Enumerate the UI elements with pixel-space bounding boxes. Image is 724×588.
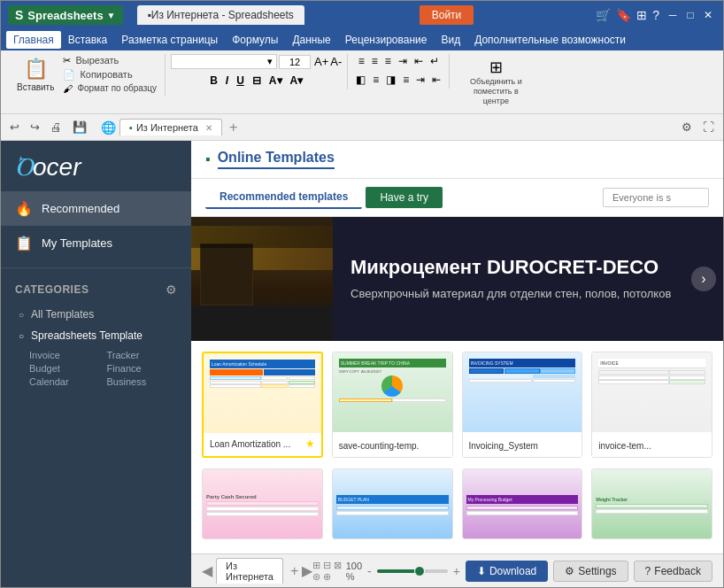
help-icon[interactable]: ? <box>652 8 659 22</box>
template-card-loan[interactable]: Loan Amortization Schedule <box>202 352 323 458</box>
ribbon: 📋 Вставить ✂ Вырезать 📄 Копировать 🖌 Фор… <box>1 50 723 114</box>
doc-tab-formula[interactable]: ▪ Из Интернета ✕ <box>119 119 222 135</box>
justify-icon[interactable]: ≡ <box>400 73 412 87</box>
categories-gear-icon[interactable]: ⚙ <box>166 282 177 297</box>
cart-icon[interactable]: 🛒 <box>596 8 611 22</box>
align-bottom-icon[interactable]: ≡ <box>382 54 394 68</box>
tab-try[interactable]: Have a try <box>366 187 443 208</box>
indent-left-icon[interactable]: ⇤ <box>412 54 426 68</box>
app-dropdown-icon[interactable]: ▼ <box>107 11 116 20</box>
fill-color-button[interactable]: A▾ <box>266 74 286 88</box>
menu-extra[interactable]: Дополнительные возможности <box>467 31 633 49</box>
search-input[interactable] <box>603 188 709 207</box>
print-button[interactable]: 🖨 <box>47 119 65 135</box>
login-button[interactable]: Войти <box>420 5 474 25</box>
cat-sub-items: Invoice Tracker Budget Finance Calendar … <box>1 346 191 391</box>
sheet-add-button[interactable]: + <box>290 563 298 579</box>
template-card-save[interactable]: SUMMER BREAK TRIP TO CHINA VERY COPY AS-… <box>332 352 453 458</box>
zoom-plus-icon[interactable]: + <box>453 564 460 578</box>
cat-sub-tracker[interactable]: Tracker <box>107 350 178 360</box>
sheet-tab[interactable]: Из Интернета <box>216 558 283 584</box>
settings-button[interactable]: ⚙ Settings <box>553 561 628 582</box>
font-selector[interactable]: ▾ <box>171 54 277 69</box>
download-button[interactable]: ⬇ Download <box>466 561 548 582</box>
align-center-icon[interactable]: ≡ <box>370 73 381 87</box>
menu-formulas[interactable]: Формулы <box>225 31 285 49</box>
sidebar-item-recommended[interactable]: 🔥 Recommended <box>1 191 191 226</box>
bold-button[interactable]: B <box>206 74 221 88</box>
indent-right-icon[interactable]: ⇥ <box>396 54 410 68</box>
align-top-icon[interactable]: ≡ <box>356 54 367 68</box>
scroll-left-icon[interactable]: ◀ <box>202 562 212 579</box>
align-middle-icon[interactable]: ≡ <box>369 54 381 68</box>
minimize-button[interactable]: ─ <box>665 9 681 21</box>
new-tab-button[interactable]: + <box>226 120 241 135</box>
small-card-3[interactable]: My Processing Budget <box>462 468 583 539</box>
zoom-minus-icon[interactable]: - <box>367 564 372 578</box>
sidebar-item-my-templates[interactable]: 📋 My Templates <box>1 226 191 260</box>
indent-icon[interactable]: ⇥ <box>413 73 427 87</box>
cat-sub-budget[interactable]: Budget <box>29 363 100 374</box>
card-name-loan: Loan Amortization ... <box>210 439 290 449</box>
small-card-2[interactable]: BUDGET PLAN <box>332 468 453 539</box>
tab-doc-icon: ▪ <box>129 122 133 133</box>
underline-button[interactable]: U <box>233 74 248 88</box>
tab-recommended[interactable]: Recommended templates <box>205 186 362 209</box>
paste-button[interactable]: 📋 Вставить <box>12 54 59 96</box>
fullscreen-icon[interactable]: ⛶ <box>699 119 718 135</box>
cut-button[interactable]: Вырезать <box>73 54 121 66</box>
maximize-button[interactable]: □ <box>682 9 698 21</box>
zoom-thumb[interactable] <box>414 566 425 576</box>
font-size[interactable]: 12 <box>279 55 311 69</box>
align-right-icon[interactable]: ◨ <box>383 73 398 87</box>
template-card-invoice[interactable]: INVOICING SYSTEM <box>462 352 583 458</box>
card-info-invoice: Invoicing_System <box>463 432 582 457</box>
menu-view[interactable]: Вид <box>434 31 467 49</box>
bottom-left: ◀ Из Интернета + ▶ <box>202 558 312 584</box>
menu-insert[interactable]: Вставка <box>61 31 115 49</box>
feedback-button[interactable]: ? Feedback <box>634 561 712 582</box>
italic-button[interactable]: I <box>222 74 232 88</box>
border-button[interactable]: ⊟ <box>249 74 265 88</box>
menu-review[interactable]: Рецензирование <box>338 31 435 49</box>
cat-sub-business[interactable]: Business <box>107 376 178 387</box>
cat-sub-calendar[interactable]: Calendar <box>29 376 100 387</box>
close-button[interactable]: ✕ <box>700 9 716 21</box>
save-button-fb[interactable]: 💾 <box>69 119 90 135</box>
small-card-1[interactable]: Party Cash Secured <box>202 468 323 539</box>
content-area: ▪ Online Templates Recommended templates… <box>191 141 723 587</box>
redo-button[interactable]: ↪ <box>27 119 43 135</box>
templates-tabs: Recommended templates Have a try <box>191 179 723 217</box>
font-shrink-icon[interactable]: A- <box>330 55 342 68</box>
scroll-right-icon[interactable]: ▶ <box>302 562 312 579</box>
outdent-icon[interactable]: ⇤ <box>429 73 443 87</box>
app-switcher[interactable]: S Spreadsheets ▼ <box>8 5 123 25</box>
scissors-icon: ✂ <box>63 55 71 66</box>
template-card-invoice2[interactable]: INVOICE <box>591 352 712 458</box>
menu-page-layout[interactable]: Разметка страницы <box>114 31 225 49</box>
settings-icon-fb[interactable]: ⚙ <box>678 119 696 135</box>
format-painter-button[interactable]: Формат по образцу <box>74 82 159 94</box>
cat-item-all[interactable]: All Templates <box>1 304 191 325</box>
content-header-title: Online Templates <box>218 150 335 169</box>
align-left-icon[interactable]: ◧ <box>353 73 368 87</box>
bookmark-icon[interactable]: 🔖 <box>616 8 631 22</box>
grid-icon[interactable]: ⊞ <box>636 8 647 22</box>
slide-next-button[interactable]: › <box>691 267 716 291</box>
doc-tab-title[interactable]: ▪ Из Интернета - Spreadsheets <box>137 5 304 25</box>
settings-label: Settings <box>578 565 616 577</box>
small-card-4[interactable]: Weight Tracker <box>591 468 712 539</box>
merge-center-button[interactable]: ⊞ Объединить и поместить в центре <box>455 54 536 109</box>
menu-home[interactable]: Главная <box>6 31 61 49</box>
copy-button[interactable]: Копировать <box>77 68 135 81</box>
cat-item-spreadsheets[interactable]: Spreadsheets Template <box>1 325 191 346</box>
font-grow-icon[interactable]: A+ <box>314 55 328 68</box>
cat-sub-finance[interactable]: Finance <box>107 363 178 374</box>
menu-data[interactable]: Данные <box>285 31 337 49</box>
cat-sub-invoice[interactable]: Invoice <box>29 350 100 360</box>
zoom-track[interactable] <box>377 569 448 573</box>
font-color-button[interactable]: A▾ <box>287 74 307 88</box>
wrap-text-icon[interactable]: ↵ <box>427 54 442 68</box>
undo-button[interactable]: ↩ <box>6 119 23 135</box>
tab-close-button[interactable]: ✕ <box>205 123 212 133</box>
